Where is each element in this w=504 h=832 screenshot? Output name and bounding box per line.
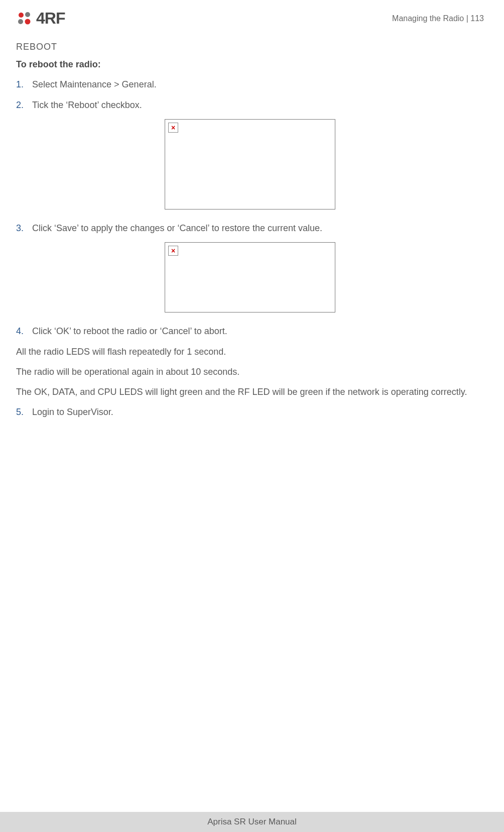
steps-list-c: 4. Click ‘OK’ to reboot the radio or ‘Ca… (16, 325, 484, 338)
steps-list-a: 1. Select Maintenance > General. 2. Tick… (16, 78, 484, 112)
list-item: 5. Login to SuperVisor. (16, 405, 484, 419)
brand-logo-icon (16, 10, 33, 27)
svg-point-2 (18, 19, 23, 24)
step-number: 3. (16, 222, 32, 235)
body-paragraph: The radio will be operational again in a… (16, 365, 484, 379)
step-number: 4. (16, 325, 32, 338)
step-text: Click ‘OK’ to reboot the radio or ‘Cance… (32, 325, 484, 338)
figure-placeholder: × (165, 119, 335, 210)
steps-list-b: 3. Click ‘Save’ to apply the changes or … (16, 222, 484, 235)
broken-image-icon: × (168, 123, 178, 133)
figure-1-wrap: × (16, 119, 484, 210)
figure-2-wrap: × (16, 242, 484, 313)
list-item: 2. Tick the ‘Reboot’ checkbox. (16, 98, 484, 112)
section-title: REBOOT (16, 42, 484, 52)
list-item: 3. Click ‘Save’ to apply the changes or … (16, 222, 484, 235)
step-text: Click ‘Save’ to apply the changes or ‘Ca… (32, 222, 484, 235)
svg-point-0 (19, 13, 24, 18)
body-paragraph: The OK, DATA, and CPU LEDS will light gr… (16, 385, 484, 399)
step-number: 5. (16, 405, 32, 419)
brand-logo: 4RF (16, 9, 65, 28)
brand-logo-text: 4RF (36, 9, 65, 28)
page-footer: Aprisa SR User Manual (0, 812, 504, 832)
figure-placeholder: × (165, 242, 335, 313)
step-number: 2. (16, 98, 32, 112)
broken-image-icon: × (168, 246, 178, 256)
body-paragraph: All the radio LEDS will flash repeatedly… (16, 345, 484, 359)
step-text: Login to SuperVisor. (32, 405, 484, 419)
svg-point-1 (25, 12, 30, 17)
sub-heading: To reboot the radio: (16, 59, 484, 70)
step-number: 1. (16, 78, 32, 91)
list-item: 4. Click ‘OK’ to reboot the radio or ‘Ca… (16, 325, 484, 338)
svg-point-3 (25, 19, 31, 24)
breadcrumb: Managing the Radio | 113 (392, 14, 484, 23)
steps-list-d: 5. Login to SuperVisor. (16, 405, 484, 419)
list-item: 1. Select Maintenance > General. (16, 78, 484, 91)
step-text: Select Maintenance > General. (32, 78, 484, 91)
page-header: 4RF Managing the Radio | 113 (16, 9, 484, 28)
step-text: Tick the ‘Reboot’ checkbox. (32, 98, 484, 112)
